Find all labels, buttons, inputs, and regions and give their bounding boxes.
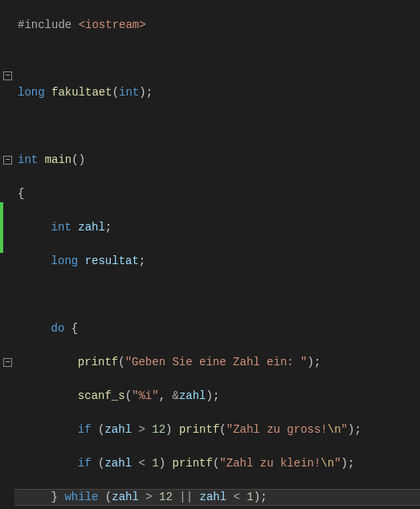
code-line [14, 118, 420, 135]
string-literal: "Zahl zu gross! [226, 423, 328, 436]
type-keyword: int [18, 153, 38, 166]
code-line [14, 287, 420, 303]
function-call: scanf_s [78, 389, 125, 402]
escape-char: \n [320, 457, 334, 470]
variable: zahl [78, 221, 105, 234]
number-literal: 1 [152, 457, 158, 470]
number-literal: 1 [247, 491, 253, 503]
variable: zahl [200, 491, 227, 503]
number-literal: 12 [159, 491, 173, 503]
code-line: long resultat; [14, 253, 420, 270]
code-line-active: } while (zahl > 12 || zahl < 1); [14, 489, 420, 506]
function-name: main [45, 153, 72, 166]
code-editor[interactable]: − − − #include <iostream> long fakultaet… [0, 0, 420, 509]
keyword: while [64, 491, 98, 503]
code-line: int main() [14, 152, 420, 169]
code-line: scanf_s("%i", &zahl); [14, 388, 420, 405]
variable: zahl [112, 491, 139, 503]
fold-marker[interactable]: − [3, 358, 12, 367]
code-line: if (zahl > 12) printf("Zahl zu gross!\n"… [14, 421, 420, 438]
escape-char: \n [328, 423, 341, 436]
fold-marker[interactable]: − [3, 156, 12, 165]
fold-marker[interactable]: − [3, 71, 12, 80]
function-call: printf [179, 423, 219, 436]
code-line: { [14, 185, 420, 202]
code-line: long fakultaet(int); [14, 84, 420, 101]
change-indicator [0, 202, 3, 253]
string-literal: "Zahl zu klein! [219, 457, 320, 470]
type-keyword: long [51, 254, 79, 267]
variable: zahl [179, 389, 206, 402]
code-line: if (zahl < 1) printf("Zahl zu klein!\n")… [14, 455, 420, 472]
keyword: do [51, 322, 65, 335]
type-keyword: int [51, 221, 71, 234]
keyword: if [78, 457, 92, 470]
type-keyword: long [18, 86, 45, 99]
preprocessor: #include [18, 18, 71, 31]
code-area[interactable]: #include <iostream> long fakultaet(int);… [14, 0, 420, 509]
number-literal: 12 [152, 423, 165, 436]
string-literal: "Geben Sie eine Zahl ein: " [125, 356, 308, 369]
code-line: do { [14, 320, 420, 337]
code-line [14, 51, 420, 67]
function-name: fakultaet [51, 86, 112, 99]
type-keyword: int [119, 86, 139, 99]
keyword: if [78, 423, 92, 436]
function-call: printf [78, 356, 118, 369]
code-line: int zahl; [14, 219, 420, 236]
function-call: printf [173, 457, 213, 470]
variable: zahl [104, 457, 132, 470]
code-line: #include <iostream> [14, 17, 420, 34]
editor-gutter: − − − [0, 0, 14, 509]
code-line: printf("Geben Sie eine Zahl ein: "); [14, 354, 420, 371]
include-header: <iostream> [79, 18, 146, 31]
variable: resultat [85, 254, 139, 267]
string-literal: "%i" [132, 389, 159, 402]
variable: zahl [104, 423, 132, 436]
